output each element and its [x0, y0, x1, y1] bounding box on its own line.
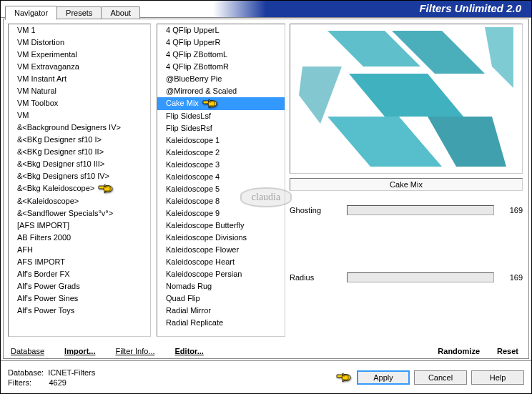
list-item[interactable]: AFH: [9, 244, 150, 256]
list-item[interactable]: 4 QFlip ZBottomL: [157, 49, 285, 61]
list-item[interactable]: &<BKg Designer sf10 II>: [9, 146, 150, 158]
list-item[interactable]: VM Distortion: [9, 36, 150, 49]
list-item[interactable]: Flip SidesRsf: [157, 122, 285, 134]
list-item[interactable]: @BlueBerry Pie: [157, 73, 285, 85]
slider-label: Ghosting: [290, 206, 347, 215]
slider-track[interactable]: [347, 205, 494, 215]
list-item[interactable]: Kaleidoscope Heart: [157, 256, 285, 268]
list-item[interactable]: &<Bkg Designer sf10 III>: [9, 158, 150, 170]
list-item[interactable]: 4 QFlip UpperR: [157, 36, 285, 49]
link-bar: Database Import... Filter Info... Editor…: [11, 347, 521, 355]
list-item[interactable]: Kaleidoscope 8: [157, 195, 285, 207]
list-item[interactable]: Kaleidoscope Persian: [157, 268, 285, 280]
list-item[interactable]: Radial Replicate: [157, 317, 285, 329]
list-item[interactable]: VM Extravaganza: [9, 61, 150, 73]
list-item[interactable]: 4 QFlip ZBottomR: [157, 61, 285, 73]
list-item[interactable]: VM Experimental: [9, 49, 150, 61]
list-item[interactable]: VM 1: [9, 24, 150, 36]
apply-button[interactable]: Apply: [357, 370, 410, 385]
slider-row: Radius169: [290, 272, 523, 282]
slider-row: Ghosting169: [290, 205, 523, 215]
pointer-icon: [335, 372, 353, 383]
header: NavigatorPresetsAbout Filters Unlimited …: [1, 1, 531, 18]
list-item[interactable]: [AFS IMPORT]: [9, 220, 150, 232]
list-item[interactable]: Alf's Border FX: [9, 268, 150, 280]
list-item[interactable]: Radial Mirror: [157, 305, 285, 317]
slider-label: Radius: [290, 273, 347, 282]
list-item[interactable]: Kaleidoscope Divisions: [157, 232, 285, 244]
randomize-link[interactable]: Randomize: [438, 347, 480, 355]
list-item[interactable]: Kaleidoscope Butterfly: [157, 220, 285, 232]
tab-navigator[interactable]: Navigator: [5, 6, 57, 20]
navigator-panel: VM 1VM DistortionVM ExperimentalVM Extra…: [3, 19, 529, 359]
editor-link[interactable]: Editor...: [175, 347, 204, 355]
slider-value: 169: [494, 273, 523, 282]
pointer-icon: [97, 183, 114, 194]
selected-filter-name: Cake Mix: [290, 178, 523, 191]
database-link[interactable]: Database: [11, 347, 44, 355]
list-item[interactable]: VM Natural: [9, 85, 150, 97]
list-item[interactable]: Kaleidoscope 1: [157, 134, 285, 147]
list-item[interactable]: Quad Flip: [157, 292, 285, 305]
svg-point-13: [344, 375, 345, 376]
list-item[interactable]: Cake Mix: [157, 97, 285, 110]
list-item[interactable]: &<Kaleidoscope>: [9, 195, 150, 207]
preview-image: [290, 24, 523, 174]
category-list[interactable]: VM 1VM DistortionVM ExperimentalVM Extra…: [8, 24, 151, 337]
list-item[interactable]: Kaleidoscope 3: [157, 159, 285, 171]
pointer-icon: [202, 98, 219, 109]
list-item[interactable]: &<Sandflower Specials°v°>: [9, 207, 150, 220]
slider-track[interactable]: [347, 272, 494, 282]
filter-info-link[interactable]: Filter Info...: [115, 347, 154, 355]
list-item[interactable]: Kaleidoscope 2: [157, 147, 285, 159]
list-item[interactable]: Alf's Power Grads: [9, 280, 150, 292]
list-item[interactable]: Alf's Power Sines: [9, 292, 150, 305]
list-item[interactable]: 4 QFlip UpperL: [157, 24, 285, 36]
list-item[interactable]: &<Bkg Designers sf10 IV>: [9, 170, 150, 182]
reset-link[interactable]: Reset: [497, 347, 518, 355]
list-item[interactable]: @Mirrored & Scaled: [157, 85, 285, 97]
list-item[interactable]: AB Filters 2000: [9, 232, 150, 244]
list-item[interactable]: VM Toolbox: [9, 97, 150, 109]
svg-point-1: [106, 187, 107, 188]
svg-point-3: [210, 102, 210, 103]
list-item[interactable]: &<BKg Designer sf10 I>: [9, 134, 150, 146]
list-item[interactable]: &<Bkg Kaleidoscope>: [9, 182, 150, 195]
app-title: Filters Unlimited 2.0: [419, 2, 521, 14]
list-item[interactable]: Nomads Rug: [157, 280, 285, 292]
list-item[interactable]: VM Instant Art: [9, 73, 150, 85]
cancel-button[interactable]: Cancel: [414, 370, 467, 385]
import-link[interactable]: Import...: [64, 347, 95, 355]
footer-info: Database: ICNET-Filters Filters: 4629: [8, 368, 95, 388]
footer: Database: ICNET-Filters Filters: 4629 Ap…: [1, 360, 531, 393]
list-item[interactable]: Kaleidoscope 4: [157, 171, 285, 183]
list-item[interactable]: Kaleidoscope 5: [157, 183, 285, 195]
preview-panel: Cake Mix Ghosting169Radius169: [287, 19, 528, 358]
list-item[interactable]: &<Background Designers IV>: [9, 122, 150, 134]
list-item[interactable]: AFS IMPORT: [9, 256, 150, 268]
slider-value: 169: [494, 206, 523, 215]
list-item[interactable]: VM: [9, 109, 150, 122]
list-item[interactable]: Flip SidesLsf: [157, 110, 285, 122]
filter-list[interactable]: 4 QFlip UpperL4 QFlip UpperR4 QFlip ZBot…: [157, 24, 285, 337]
list-item[interactable]: Kaleidoscope Flower: [157, 244, 285, 256]
list-item[interactable]: Alf's Power Toys: [9, 305, 150, 317]
list-item[interactable]: Kaleidoscope 9: [157, 207, 285, 220]
help-button[interactable]: Help: [471, 370, 524, 385]
